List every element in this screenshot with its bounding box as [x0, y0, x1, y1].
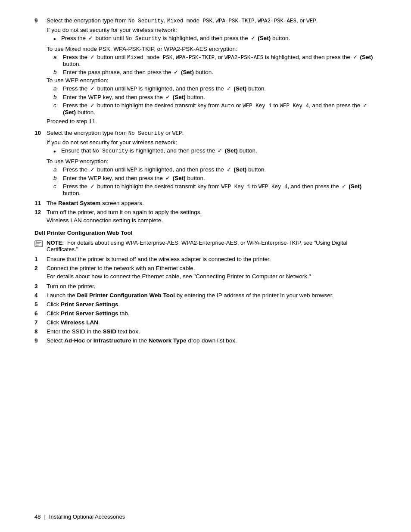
step-12-text: Turn off the printer, and turn it on aga… — [47, 209, 377, 215]
step-9-mixed-items: a Press the ✓ button until Mixed mode PS… — [53, 54, 377, 75]
step-9-wep-label: To use WEP encryption: — [47, 77, 377, 84]
note-label: NOTE: — [47, 240, 64, 246]
step-9-if-no-security-label: If you do not set security for your wire… — [47, 27, 377, 33]
step-9-mixed-mode-label: To use Mixed mode PSK, WPA-PSK-TKIP, or … — [47, 46, 377, 52]
dell-step-7-text: Click Wireless LAN. — [47, 319, 377, 326]
check-icon-11: ✓ — [218, 147, 222, 154]
alpha-b3-label: b — [53, 175, 63, 181]
alpha-b-text: Enter the pass phrase, and then press th… — [63, 69, 377, 75]
dell-step-6-text: Click Print Server Settings tab. — [47, 310, 377, 317]
step-12-sub: Wireless LAN connection setting is compl… — [47, 217, 377, 224]
alpha-a2-text: Press the ✓ button until WEP is highligh… — [63, 85, 377, 92]
alpha-a-text: Press the ✓ button until Mixed mode PSK,… — [63, 54, 377, 67]
step-10-wep-a: a Press the ✓ button until WEP is highli… — [53, 166, 377, 173]
step-9-mixed-b: b Enter the pass phrase, and then press … — [53, 69, 377, 75]
dell-step-7-number: 7 — [34, 319, 47, 326]
alpha-a-label: a — [53, 54, 63, 60]
alpha-b2-label: b — [53, 94, 63, 100]
step-9-mixed-a: a Press the ✓ button until Mixed mode PS… — [53, 54, 377, 67]
bullet-dot-2: • — [53, 147, 61, 156]
check-icon-15: ✓ — [90, 183, 95, 190]
dell-step-1: 1 Ensure that the printer is turned off … — [34, 256, 377, 262]
check-icon-2: ✓ — [251, 35, 255, 41]
page-footer: 48 | Installing Optional Accessories — [34, 513, 377, 520]
dell-step-4-number: 4 — [34, 292, 47, 299]
step-9-proceed: Proceed to step 11. — [47, 118, 377, 124]
dell-section-heading: Dell Printer Configuration Web Tool — [34, 230, 377, 236]
check-icon-5: ✓ — [174, 69, 178, 75]
step-11: 11 The Restart System screen appears. — [34, 200, 377, 206]
footer-separator: | — [44, 513, 45, 520]
step-11-number: 11 — [34, 200, 47, 206]
note-icon: ✎ — [34, 240, 47, 249]
check-icon-6: ✓ — [90, 85, 95, 92]
svg-text:✎: ✎ — [35, 240, 37, 243]
bullet-ensure-text: Ensure that No Security is highlighted, … — [61, 147, 377, 154]
dell-step-3: 3 Turn on the printer. — [34, 283, 377, 289]
dell-step-4: 4 Launch the Dell Printer Configuration … — [34, 292, 377, 299]
dell-step-8-text: Enter the SSID in the SSID text box. — [47, 328, 377, 335]
alpha-b3-text: Enter the WEP key, and then press the ✓ … — [63, 175, 377, 181]
dell-step-7: 7 Click Wireless LAN. — [34, 319, 377, 326]
step-9-text: Select the encryption type from No Secur… — [47, 17, 377, 24]
alpha-c-label: c — [53, 102, 63, 109]
check-icon-10: ✓ — [363, 102, 367, 109]
dell-step-5: 5 Click Print Server Settings. — [34, 301, 377, 308]
check-icon-7: ✓ — [227, 85, 231, 92]
step-12-number: 12 — [34, 209, 47, 215]
bullet-no-security-text: Press the ✓ button until No Security is … — [61, 35, 377, 42]
alpha-b-label: b — [53, 69, 63, 75]
page-content: 9 Select the encryption type from No Sec… — [34, 17, 377, 344]
step-10-text: Select the encryption type from No Secur… — [47, 130, 377, 137]
dell-step-2-number: 2 — [34, 265, 47, 271]
step-10-wep-b: b Enter the WEP key, and then press the … — [53, 175, 377, 181]
step-9-wep-items: a Press the ✓ button until WEP is highli… — [53, 85, 377, 115]
dell-step-5-number: 5 — [34, 301, 47, 308]
step-10-bullet-ensure: • Ensure that No Security is highlighted… — [53, 147, 377, 156]
dell-step-2-text: Connect the printer to the network with … — [47, 265, 377, 271]
footer-section-label: Installing Optional Accessories — [49, 513, 125, 520]
step-10-if-no-security-label: If you do not set security for your wire… — [47, 139, 377, 146]
dell-step-8: 8 Enter the SSID in the SSID text box. — [34, 328, 377, 335]
step-12: 12 Turn off the printer, and turn it on … — [34, 209, 377, 215]
dell-step-5-text: Click Print Server Settings. — [47, 301, 377, 308]
alpha-c-text: Press the ✓ button to highlight the desi… — [63, 102, 377, 115]
footer-page-number: 48 — [34, 513, 40, 520]
alpha-a3-label: a — [53, 166, 63, 173]
dell-step-8-number: 8 — [34, 328, 47, 335]
note-block: ✎ NOTE: For details about using WPA-Ente… — [34, 240, 377, 252]
dell-step-1-number: 1 — [34, 256, 47, 262]
step-9-wep-b: b Enter the WEP key, and then press the … — [53, 94, 377, 100]
step-9: 9 Select the encryption type from No Sec… — [34, 17, 377, 24]
check-icon-14: ✓ — [165, 175, 170, 181]
dell-step-6: 6 Click Print Server Settings tab. — [34, 310, 377, 317]
alpha-a3-text: Press the ✓ button until WEP is highligh… — [63, 166, 377, 173]
step-10-wep-label: To use WEP encryption: — [47, 158, 377, 165]
alpha-a2-label: a — [53, 85, 63, 92]
dell-step-3-text: Turn on the printer. — [47, 283, 377, 289]
dell-step-1-text: Ensure that the printer is turned off an… — [47, 256, 377, 262]
check-icon-13: ✓ — [227, 166, 231, 173]
dell-step-9: 9 Select Ad-Hoc or Infrastructure in the… — [34, 337, 377, 344]
check-icon-3: ✓ — [90, 54, 95, 60]
check-icon-16: ✓ — [342, 183, 346, 190]
check-icon-9: ✓ — [90, 102, 95, 109]
dell-step-4-text: Launch the Dell Printer Configuration We… — [47, 292, 377, 299]
step-10-number: 10 — [34, 130, 47, 136]
dell-step-2: 2 Connect the printer to the network wit… — [34, 265, 377, 271]
note-svg-icon: ✎ — [34, 240, 43, 248]
dell-step-9-text: Select Ad-Hoc or Infrastructure in the N… — [47, 337, 377, 344]
dell-step-2-sub: For details about how to connect the Eth… — [47, 273, 377, 280]
note-text: NOTE: For details about using WPA-Enterp… — [47, 240, 377, 252]
step-9-wep-a: a Press the ✓ button until WEP is highli… — [53, 85, 377, 92]
check-icon-12: ✓ — [90, 166, 95, 173]
step-9-bullet-no-security: • Press the ✓ button until No Security i… — [53, 35, 377, 43]
dell-step-3-number: 3 — [34, 283, 47, 289]
step-10-wep-c: c Press the ✓ button to highlight the de… — [53, 183, 377, 196]
alpha-c2-label: c — [53, 183, 63, 190]
dell-step-6-number: 6 — [34, 310, 47, 317]
step-10-wep-items: a Press the ✓ button until WEP is highli… — [53, 166, 377, 196]
alpha-b2-text: Enter the WEP key, and then press the ✓ … — [63, 94, 377, 100]
step-9-number: 9 — [34, 17, 47, 24]
step-10: 10 Select the encryption type from No Se… — [34, 130, 377, 137]
